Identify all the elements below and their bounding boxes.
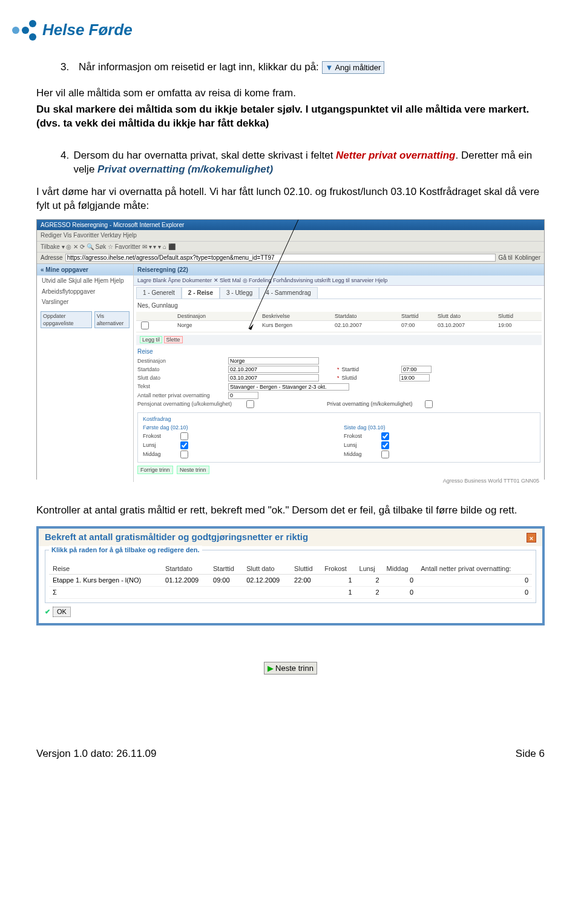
paragraph: Kontroller at antal gratis måltid er ret… bbox=[36, 504, 545, 518]
angi-maltider-button[interactable]: ▼ Angi måltider bbox=[322, 61, 385, 74]
confirm-dialog: Bekreft at antall gratismåltider og godt… bbox=[36, 526, 545, 625]
arrow-annotation-icon bbox=[37, 220, 545, 480]
screenshot-ie-app: AGRESSO Reiseregning - Microsoft Interne… bbox=[36, 219, 545, 480]
check-icon: ✔ bbox=[45, 607, 50, 616]
dialog-title: Bekreft at antall gratismåltider og godt… bbox=[45, 531, 308, 543]
dialog-table: ReiseStartdatoStarttid Slutt datoSluttid… bbox=[49, 563, 532, 599]
page-number: Side 6 bbox=[516, 747, 545, 761]
step-4: 4. Dersom du har overnatta privat, skal … bbox=[61, 149, 545, 177]
arrow-down-icon: ▼ bbox=[326, 62, 333, 73]
arrow-right-icon: ▶ bbox=[268, 663, 274, 674]
paragraph: Her vil alle måltida som er omfatta av r… bbox=[36, 87, 545, 101]
logo-text: Helse Førde bbox=[42, 19, 133, 41]
step-3-text: Når informasjon om reisetid er lagt inn,… bbox=[79, 61, 319, 73]
paragraph: I vårt døme har vi overnatta på hotell. … bbox=[36, 185, 545, 213]
version-date: Versjon 1.0 dato: 26.11.09 bbox=[36, 747, 157, 761]
paragraph-bold: Du skal markere dei måltida som du ikkje… bbox=[36, 103, 545, 131]
blue-field-name: Privat overnatting (m/kokemulighet) bbox=[97, 163, 273, 175]
document-footer: Versjon 1.0 dato: 26.11.09 Side 6 bbox=[36, 747, 545, 761]
step-3: 3. Når informasjon om reisetid er lagt i… bbox=[61, 61, 545, 74]
close-icon[interactable]: × bbox=[527, 533, 536, 543]
dialog-legend: Klikk på raden for å gå tilbake og redig… bbox=[49, 546, 202, 555]
brand-logo: Helse Førde bbox=[12, 18, 545, 42]
table-sum-row: Σ 12 00 bbox=[49, 587, 532, 599]
logo-dots-icon bbox=[12, 18, 36, 42]
red-field-name: Netter privat overnatting bbox=[336, 150, 455, 161]
svg-line-0 bbox=[249, 220, 340, 329]
neste-trinn-button[interactable]: ▶ Neste trinn bbox=[264, 662, 317, 675]
ok-button[interactable]: OK bbox=[53, 607, 71, 617]
table-row[interactable]: Etappe 1. Kurs bergen - l(NO)01.12.20090… bbox=[49, 575, 532, 587]
